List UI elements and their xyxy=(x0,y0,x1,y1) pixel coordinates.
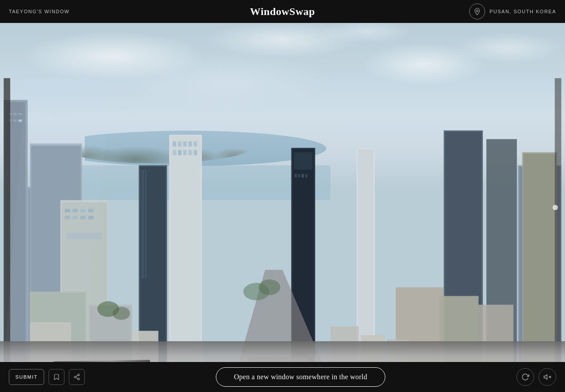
svg-point-0 xyxy=(476,10,478,12)
bottom-center: Open a new window somewhere in the world xyxy=(85,367,516,387)
submit-button[interactable]: SUBMIT xyxy=(9,369,44,385)
svg-rect-89 xyxy=(555,78,561,366)
window-owner-label: TAEYONG'S WINDOW xyxy=(9,9,70,14)
bottom-left-controls: SUBMIT xyxy=(9,369,85,385)
navbar: TAEYONG'S WINDOW WindowSwap PUSAN, SOUTH… xyxy=(0,0,565,23)
location-icon xyxy=(469,4,485,19)
svg-line-95 xyxy=(76,375,78,377)
location-label: PUSAN, SOUTH KOREA xyxy=(490,9,556,14)
window-view xyxy=(0,23,565,392)
cityscape xyxy=(0,23,565,392)
bottom-right-controls xyxy=(516,368,556,386)
svg-line-94 xyxy=(76,377,78,379)
nav-right: PUSAN, SOUTH KOREA xyxy=(469,4,556,19)
sound-button[interactable] xyxy=(539,368,556,386)
bookmark-button[interactable] xyxy=(49,369,64,385)
site-title: WindowSwap xyxy=(250,6,315,17)
svg-point-91 xyxy=(78,374,79,376)
refresh-button[interactable] xyxy=(516,368,534,386)
svg-point-93 xyxy=(78,378,79,380)
scroll-indicator[interactable] xyxy=(553,205,558,210)
svg-point-92 xyxy=(74,376,76,378)
bottom-bar: SUBMIT Open a new window somewhere in th… xyxy=(0,362,565,392)
nav-center: WindowSwap xyxy=(250,6,315,18)
nav-left: TAEYONG'S WINDOW xyxy=(9,9,70,14)
new-window-button[interactable]: Open a new window somewhere in the world xyxy=(216,367,385,387)
svg-marker-96 xyxy=(544,375,547,380)
share-button[interactable] xyxy=(69,369,85,385)
